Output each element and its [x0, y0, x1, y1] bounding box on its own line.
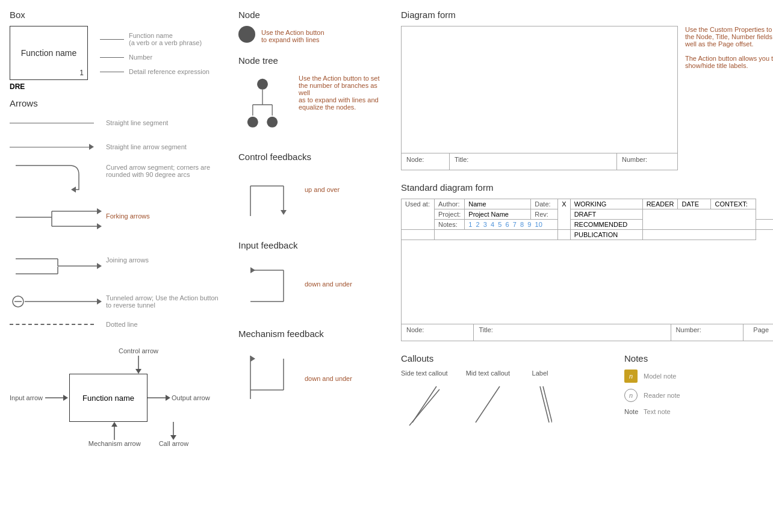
model-note-icon: n	[624, 370, 638, 383]
mid-text-callout: Mid text callout	[466, 370, 510, 428]
svg-line-51	[476, 386, 500, 422]
df-node-label: Node:	[402, 153, 450, 170]
callouts-title: Callouts	[401, 353, 552, 363]
svg-point-35	[247, 117, 258, 128]
svg-line-50	[409, 389, 439, 425]
notes-title: Notes	[624, 353, 680, 363]
control-fb-desc: up and over	[305, 186, 340, 193]
tunneled-arrow-demo	[10, 293, 106, 310]
svg-marker-40	[281, 210, 287, 215]
svg-marker-23	[63, 395, 68, 401]
reader-note-label: Reader note	[644, 392, 680, 399]
df-number-label: Number:	[617, 153, 677, 170]
box-label-function-sub: (a verb or a verb phrase)	[129, 39, 202, 46]
side-text-callout-line	[406, 380, 442, 428]
tunneled-arrow-label: Tunneled arrow; Use the Action button to…	[106, 294, 219, 309]
sdf-footer-page: Page	[744, 324, 773, 341]
svg-point-36	[267, 117, 278, 128]
svg-marker-25	[166, 395, 170, 401]
box-dre: DRE	[10, 82, 25, 91]
forking-arrows-demo	[10, 205, 106, 244]
arrows-section-title: Arrows	[10, 98, 219, 108]
sdf-footer-number: Number:	[671, 324, 744, 341]
label-callout: Label	[528, 370, 552, 428]
svg-marker-21	[135, 369, 141, 374]
mech-fb-desc: down and under	[305, 375, 352, 382]
reader-note-row: n Reader note	[624, 389, 680, 402]
control-arrow-label: Control arrow	[119, 347, 158, 354]
diagram-form-title: Diagram form	[401, 10, 773, 20]
input-fb-demo	[238, 256, 299, 317]
mech-fb-demo	[238, 345, 299, 405]
svg-marker-45	[250, 356, 255, 362]
box-demo: Function name 1	[10, 26, 88, 80]
box-label-number: Number	[129, 54, 152, 61]
box-label-line-2	[100, 57, 124, 58]
node-tree-demo	[238, 78, 287, 134]
svg-marker-19	[97, 298, 102, 305]
svg-marker-15	[97, 263, 102, 269]
curved-arrow-label: Curved arrow segment; corners are rounde…	[106, 164, 219, 178]
straight-line-demo	[10, 123, 106, 123]
joining-arrows-label: Joining arrows	[106, 256, 149, 264]
notes-section: Notes n Model note n Reader note Note Te…	[624, 353, 680, 428]
control-feedbacks-section: Control feedbacks up and over	[238, 152, 382, 228]
box-label-function: Function name	[129, 32, 202, 39]
text-note-row: Note Text note	[624, 408, 680, 415]
node-title: Node	[238, 10, 382, 20]
mechanism-arrow-label: Mechanism arrow	[88, 440, 141, 447]
mid-text-callout-line	[470, 380, 506, 428]
sdf-main-area	[401, 240, 773, 324]
side-text-label: Side text callout	[401, 370, 448, 377]
input-fb-title: Input feedback	[238, 240, 382, 250]
box-function-name: Function name	[21, 48, 77, 58]
svg-point-30	[257, 79, 268, 90]
sdf-title: Standard diagram form	[401, 182, 773, 193]
sdf-header-table: Used at: Author: Name Date: X WORKING RE…	[401, 199, 773, 240]
node-tree-section: Node tree	[238, 55, 382, 140]
forking-arrows-label: Forking arrows	[106, 212, 150, 220]
straight-line-label: Straight line segment	[106, 119, 168, 126]
control-fb-title: Control feedbacks	[238, 152, 382, 162]
dotted-line-demo	[10, 324, 106, 325]
output-arrow-label: Output arrow	[172, 394, 210, 401]
svg-marker-29	[170, 435, 176, 440]
node-tree-desc: Use the Action button to set the number …	[299, 75, 382, 111]
mid-text-label: Mid text callout	[466, 370, 510, 377]
model-note-row: n Model note	[624, 370, 680, 383]
function-box-section: Control arrow Input arrow Functio	[10, 347, 219, 447]
df-title-label: Title:	[450, 153, 617, 170]
mechanism-feedback-section: Mechanism feedback down and under	[238, 329, 382, 405]
input-fb-desc: down and under	[305, 280, 352, 288]
svg-marker-5	[97, 208, 102, 214]
input-arrow-label: Input arrow	[10, 394, 43, 401]
side-text-callout: Side text callout	[401, 370, 448, 428]
box-label-line-1	[100, 39, 124, 40]
diagram-form-box: Node: Title: Number:	[401, 26, 678, 170]
text-note-desc: Text note	[644, 408, 671, 415]
label-callout-line	[528, 380, 552, 428]
straight-arrow-label: Straight line arrow segment	[106, 143, 187, 150]
node-tree-title: Node tree	[238, 55, 382, 66]
box-number: 1	[79, 69, 84, 77]
function-box-inner: Function name	[69, 374, 147, 422]
joining-arrows-demo	[10, 247, 106, 286]
box-label-dre: Detail reference expression	[129, 68, 210, 75]
box-section-title: Box	[10, 10, 219, 20]
callouts-section: Callouts Side text callout Mid text call…	[401, 353, 552, 428]
call-arrow-label: Call arrow	[159, 440, 189, 447]
df-side-note: Use the Custom Properties to fill the No…	[685, 26, 773, 69]
node-desc: Use the Action button to expand with lin…	[261, 29, 324, 43]
diagram-form-section: Diagram form Node: Title: Number: Use th…	[401, 10, 773, 170]
label-callout-text: Label	[532, 370, 548, 377]
straight-arrow-demo	[10, 144, 106, 150]
node-section: Node Use the Action button to expand wit…	[238, 10, 382, 43]
control-fb-demo	[238, 168, 299, 228]
sdf-footer-node: Node:	[402, 324, 474, 341]
svg-marker-9	[97, 223, 102, 229]
model-note-label: Model note	[644, 373, 676, 380]
input-feedback-section: Input feedback down and under	[238, 240, 382, 317]
sdf-footer-title: Title:	[474, 324, 671, 341]
box-label-line-3	[100, 72, 124, 72]
dotted-line-label: Dotted line	[106, 321, 138, 328]
